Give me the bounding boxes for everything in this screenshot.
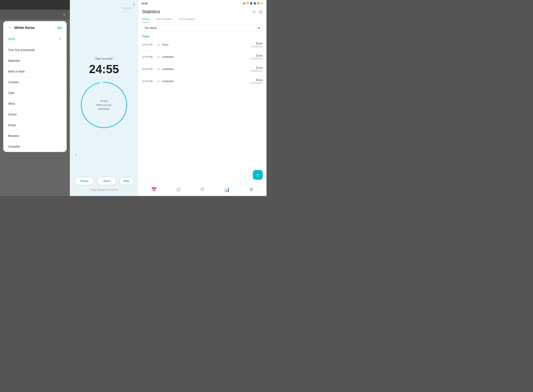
history-item[interactable]: 12:52 PM ▭ Unlabelled 1 Min 1 distractio… [138,63,267,75]
history-item-right: 1 Min 0 distractions [250,78,263,84]
history-item-right: 1 Min 1 distractions [250,66,263,72]
history-item-left: 12:52 PM ▭ Unlabelled [142,67,174,70]
noise-item-label: Crickets [8,81,19,84]
right-panel: 12:52 🎧 ⏰ 📳 🔵 📶 🔋 Statistics ⬡ ⬜ History [138,0,267,196]
fab-add-button[interactable]: + [253,170,263,180]
history-item[interactable]: 12:52 PM ▭ Unlabelled 1 Min 1 distractio… [138,51,267,63]
middle-panel: 0 12:50 PM Stay focused! 24:55 Hit Me Wh… [70,0,138,196]
history-session-icon: ▭ [157,67,160,70]
timer-buttons: Pause Abort Skip [74,177,134,185]
section-today: Today [138,34,267,38]
middle-time-label: 12:50 PM [122,7,135,9]
history-item-right: 1 Min 1 distractions [250,42,263,48]
history-session-icon: ▭ [157,80,160,83]
history-label: Unlabelled [162,80,174,83]
nav-settings-icon[interactable]: ⚙ [248,185,255,194]
hit-me-line1: Hit Me [100,100,107,102]
noise-list-item[interactable]: Crickets [3,77,67,88]
history-item-left: 12:52 PM ▭ Unlabelled [142,80,174,83]
timer-display: 24:55 [89,62,119,76]
noise-list-item[interactable]: Drops [3,120,67,131]
noise-list-item[interactable]: Meadow [3,131,67,141]
filter-dropdown[interactable]: This Week ▼ [142,25,263,31]
history-time: 12:52 PM [142,68,155,70]
headphone-icon: 🎧 [243,2,245,5]
header-left: ← White Noise [8,26,35,30]
history-item-left: 12:52 PM ▭ Unlabelled [142,55,174,58]
noise-list-item[interactable]: Waterfall [3,56,67,66]
history-label: Unlabelled [162,56,174,58]
white-noise-title: White Noise [14,26,35,30]
history-session-icon: ▭ [157,55,160,58]
noise-list-item[interactable]: None ✓ [3,33,67,45]
noise-item-label: Cafe [8,91,14,95]
tab-focus-analysis[interactable]: Focus Analysis [179,16,195,23]
signal-icon: 📶 [257,2,260,5]
noise-list-item[interactable]: Tick-Tick (Unlocked) [3,45,67,56]
hit-me-line2: When you are distracted! [96,103,111,110]
noise-list-item[interactable]: Birds in Rain [3,66,67,77]
history-time: 12:51 PM [142,43,155,46]
noise-list-item[interactable]: Campfire [3,141,67,152]
history-time: 12:52 PM [142,56,155,58]
abort-button[interactable]: Abort [97,177,116,185]
middle-top-bar: 0 12:50 PM [70,0,138,9]
bottom-nav: 📅 ☑ ⏱ 📊 ⚙ [138,183,267,196]
skip-button[interactable]: Skip [119,177,134,185]
white-noise-header: ← White Noise Set [3,21,67,33]
timer-circle[interactable]: Hit Me When you are distracted! [80,81,128,129]
left-top-bar: 0 [0,10,70,19]
noise-item-label: Meadow [8,134,19,138]
history-item[interactable]: 12:51 PM ▭ Praca 1 Min 1 distractions [138,38,267,51]
nav-check-icon[interactable]: ☑ [175,185,182,194]
history-mins: 1 Min [250,54,263,57]
export-icon[interactable]: ⬡ [253,10,255,14]
back-button[interactable]: ← [8,26,12,30]
chevron-down-icon: ▼ [258,27,260,30]
check-icon: ✓ [59,37,62,41]
noise-list-item[interactable]: Wind [3,98,67,109]
history-mins: 1 Min [250,78,263,82]
timer-circle-text[interactable]: Hit Me When you are distracted! [92,99,116,111]
bluetooth-icon: 🔵 [254,2,256,5]
nav-timer-icon[interactable]: ⏱ [198,185,206,194]
history-time: 12:52 PM [142,80,155,83]
tab-history[interactable]: History [142,16,150,23]
noise-list-item[interactable]: Ocean [3,109,67,120]
right-panel-wrapper: 12:52 🎧 ⏰ 📳 🔵 📶 🔋 Statistics ⬡ ⬜ History [138,0,267,196]
history-label: Praca [162,43,168,46]
history-item-left: 12:51 PM ▭ Praca [142,43,168,46]
noise-item-label: Tick-Tick (Unlocked) [8,48,35,52]
nav-calendar-icon[interactable]: 📅 [149,185,158,194]
noise-item-label: Drops [8,124,16,127]
noise-item-label: Campfire [8,145,20,148]
noise-item-label: Wind [8,102,15,106]
battery-icon: 🔋 [261,2,263,5]
set-button[interactable]: Set [57,26,62,30]
music-icon[interactable]: ♪ [75,152,77,157]
noise-item-label: Birds in Rain [8,70,25,73]
noise-list-item[interactable]: Cafe [3,88,67,98]
tab-work-statistics[interactable]: Work Statistics [156,16,172,23]
left-top-num: 0 [63,13,65,16]
stats-filter: This Week ▼ [138,23,267,34]
middle-top-num: 0 [122,3,135,7]
alarm-icon: ⏰ [246,2,249,5]
noise-item-label: Waterfall [8,59,19,63]
history-distractions: 1 distractions [250,57,263,60]
stats-status-bar: 12:52 🎧 ⏰ 📳 🔵 📶 🔋 [138,0,267,6]
history-mins: 1 Min [250,42,263,45]
timer-content: Stay focused! 24:55 Hit Me When you are … [70,9,138,177]
history-distractions: 1 distractions [250,45,263,48]
history-distractions: 0 distractions [250,82,263,84]
filter-label: This Week [144,27,157,30]
stay-focused-text: Stay focused! [95,57,113,61]
copy-icon[interactable]: ⬜ [259,10,263,14]
history-item[interactable]: 12:52 PM ▭ Unlabelled 1 Min 0 distractio… [138,75,267,87]
nav-stats-icon[interactable]: 📊 [222,185,232,194]
history-distractions: 1 distractions [250,70,263,72]
pause-button[interactable]: Pause [74,177,95,185]
white-noise-card: ← White Noise Set None ✓ Tick-Tick (Unlo… [3,21,67,152]
stats-header: Statistics ⬡ ⬜ [138,6,267,16]
noise-list: None ✓ Tick-Tick (Unlocked) Waterfall Bi… [3,33,67,152]
